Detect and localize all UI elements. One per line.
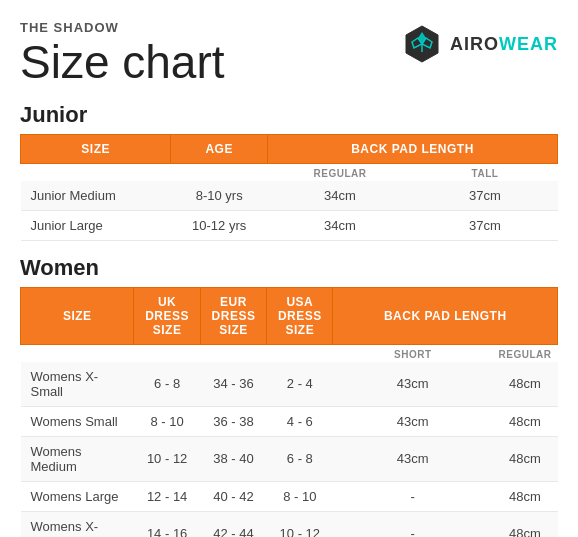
logo-icon bbox=[402, 24, 442, 64]
women-subhead-short: SHORT bbox=[333, 344, 493, 362]
women-col-usa: USADRESSSIZE bbox=[267, 287, 333, 344]
women-subhead-regular: REGULAR bbox=[493, 344, 558, 362]
junior-subhead-tall: TALL bbox=[413, 163, 558, 181]
logo-block: AIROWEAR bbox=[402, 24, 558, 64]
junior-subhead-regular: REGULAR bbox=[268, 163, 413, 181]
junior-size-2: Junior Large bbox=[21, 210, 171, 240]
women-col-uk: UKDRESSSIZE bbox=[134, 287, 200, 344]
women-col-bpl: BACK PAD LENGTH bbox=[333, 287, 558, 344]
women-col-size: SIZE bbox=[21, 287, 134, 344]
women-size-5: Womens X-Large bbox=[21, 511, 134, 537]
junior-col-bpl: BACK PAD LENGTH bbox=[268, 134, 558, 163]
women-size-4: Womens Large bbox=[21, 481, 134, 511]
junior-tall-2: 37cm bbox=[413, 210, 558, 240]
junior-table: SIZE AGE BACK PAD LENGTH REGULAR TALL Ju… bbox=[20, 134, 558, 241]
table-row: Womens Medium 10 - 12 38 - 40 6 - 8 43cm… bbox=[21, 436, 558, 481]
table-row: Junior Medium 8-10 yrs 34cm 37cm bbox=[21, 181, 558, 211]
junior-tall-1: 37cm bbox=[413, 181, 558, 211]
junior-regular-2: 34cm bbox=[268, 210, 413, 240]
table-row: Womens X-Large 14 - 16 42 - 44 10 - 12 -… bbox=[21, 511, 558, 537]
table-row: Womens Large 12 - 14 40 - 42 8 - 10 - 48… bbox=[21, 481, 558, 511]
table-row: Junior Large 10-12 yrs 34cm 37cm bbox=[21, 210, 558, 240]
women-size-1: Womens X-Small bbox=[21, 362, 134, 407]
women-col-eur: EURDRESSSIZE bbox=[200, 287, 266, 344]
women-size-2: Womens Small bbox=[21, 406, 134, 436]
title-block: THE SHADOW Size chart bbox=[20, 20, 225, 88]
table-row: Womens X-Small 6 - 8 34 - 36 2 - 4 43cm … bbox=[21, 362, 558, 407]
women-table: SIZE UKDRESSSIZE EURDRESSSIZE USADRESSSI… bbox=[20, 287, 558, 537]
women-header-row: SIZE UKDRESSSIZE EURDRESSSIZE USADRESSSI… bbox=[21, 287, 558, 344]
junior-size-1: Junior Medium bbox=[21, 181, 171, 211]
women-section-title: Women bbox=[20, 255, 558, 281]
product-subtitle: THE SHADOW bbox=[20, 20, 225, 35]
junior-col-size: SIZE bbox=[21, 134, 171, 163]
junior-age-1: 8-10 yrs bbox=[171, 181, 268, 211]
junior-regular-1: 34cm bbox=[268, 181, 413, 211]
logo-text: AIROWEAR bbox=[450, 34, 558, 55]
page-header: THE SHADOW Size chart AIROWEAR bbox=[20, 20, 558, 88]
junior-section-title: Junior bbox=[20, 102, 558, 128]
junior-header-row: SIZE AGE BACK PAD LENGTH bbox=[21, 134, 558, 163]
page-title: Size chart bbox=[20, 37, 225, 88]
junior-age-2: 10-12 yrs bbox=[171, 210, 268, 240]
junior-col-age: AGE bbox=[171, 134, 268, 163]
women-size-3: Womens Medium bbox=[21, 436, 134, 481]
table-row: Womens Small 8 - 10 36 - 38 4 - 6 43cm 4… bbox=[21, 406, 558, 436]
junior-subheader-row: REGULAR TALL bbox=[21, 163, 558, 181]
women-subheader-row: SHORT REGULAR bbox=[21, 344, 558, 362]
